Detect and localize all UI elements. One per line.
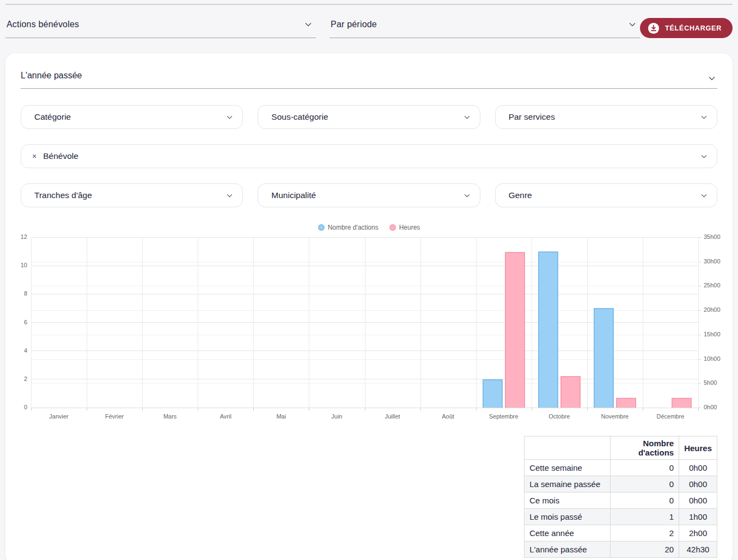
table-header-row: Nombre d'actions Heures xyxy=(524,436,717,460)
row-actions: 0 xyxy=(611,460,679,476)
gridline-vertical xyxy=(309,237,309,408)
filter-par-services[interactable]: Par services xyxy=(495,105,717,129)
y-axis-tick-right xyxy=(698,335,701,335)
y-axis-tick-right xyxy=(698,286,701,286)
table-row: L'année passée 20 42h30 xyxy=(524,541,717,558)
y-axis-label-right: 15h00 xyxy=(704,331,721,337)
period-type-value: Par période xyxy=(331,20,377,29)
row-heures: 0h00 xyxy=(679,493,717,509)
x-axis-label: Août xyxy=(420,413,476,420)
filter-benevole-select[interactable]: × Bénévole xyxy=(21,144,717,168)
filter-label: Genre xyxy=(509,190,532,200)
filter-label: Tranches d'âge xyxy=(34,190,92,200)
bar-actions-octobre xyxy=(538,251,558,408)
table-row: La semaine passée 0 0h00 xyxy=(524,476,717,493)
row-heures: 2h00 xyxy=(679,525,717,541)
x-axis-tick xyxy=(87,408,87,411)
y-axis-label-right: 20h00 xyxy=(704,306,721,313)
bar-heures-décembre xyxy=(672,398,692,408)
report-card: L'année passée Catégorie Sous-catégorie … xyxy=(5,53,733,560)
y-axis-label-left: 10 xyxy=(5,262,27,268)
x-axis-label: Mai xyxy=(253,413,309,420)
row-label: L'année passée xyxy=(524,541,611,558)
gridline-vertical xyxy=(587,237,588,408)
gridline-vertical xyxy=(532,237,532,408)
filter-municipalite[interactable]: Municipalité xyxy=(258,183,480,207)
y-axis-label-right: 0h00 xyxy=(704,404,717,410)
y-axis-label-right: 25h00 xyxy=(704,282,721,288)
chevron-down-icon xyxy=(701,115,707,119)
x-axis-label: Juin xyxy=(309,413,364,420)
chevron-down-icon xyxy=(464,115,470,119)
legend-label: Heures xyxy=(399,224,420,231)
y-axis-label-left: 0 xyxy=(5,404,27,410)
filter-tranches-age[interactable]: Tranches d'âge xyxy=(21,183,243,207)
filter-row-1: Catégorie Sous-catégorie Par services xyxy=(21,105,717,129)
chart-legend: Nombre d'actions Heures xyxy=(21,221,717,233)
x-axis-tick xyxy=(253,408,254,411)
filter-label: Par services xyxy=(509,112,555,122)
x-axis-tick xyxy=(643,408,643,411)
y-axis-label-left: 8 xyxy=(5,290,27,297)
filter-categorie[interactable]: Catégorie xyxy=(21,105,243,129)
x-axis-tick xyxy=(309,408,309,411)
x-axis-tick xyxy=(142,408,143,411)
table-row: Cette semaine 0 0h00 xyxy=(524,460,717,476)
table-row: Cette année 2 2h00 xyxy=(524,525,717,541)
chevron-down-icon xyxy=(227,194,233,198)
gridline-vertical xyxy=(142,237,143,408)
row-actions: 0 xyxy=(611,493,679,509)
year-range-select[interactable]: L'année passée xyxy=(21,67,717,89)
actions-hours-chart: Nombre d'actions Heures 0246810120h005h0… xyxy=(21,221,717,424)
period-type-select[interactable]: Par période xyxy=(330,18,640,38)
row-actions: 20 xyxy=(611,541,679,558)
gridline-vertical xyxy=(365,237,365,408)
row-heures: 42h30 xyxy=(679,541,717,558)
x-axis-tick xyxy=(198,408,198,411)
filter-sous-categorie[interactable]: Sous-catégorie xyxy=(258,105,480,129)
year-range-value: L'année passée xyxy=(21,71,82,81)
y-axis-label-left: 2 xyxy=(5,376,27,382)
toolbar: Actions bénévoles Par période TÉLÉCHARGE… xyxy=(5,18,733,38)
chevron-down-icon xyxy=(305,22,312,27)
x-axis-tick xyxy=(365,408,365,411)
y-axis-tick-right xyxy=(698,359,701,360)
legend-item-actions[interactable]: Nombre d'actions xyxy=(318,224,379,231)
top-divider xyxy=(5,4,733,5)
x-axis-tick xyxy=(31,408,32,411)
gridline-vertical xyxy=(643,237,643,408)
y-axis-label-left: 6 xyxy=(5,319,27,325)
gridline-vertical xyxy=(698,237,699,408)
bar-heures-octobre xyxy=(560,376,581,408)
report-type-select[interactable]: Actions bénévoles xyxy=(5,18,316,38)
chevron-down-icon xyxy=(701,155,707,158)
legend-item-heures[interactable]: Heures xyxy=(389,224,420,231)
x-axis-label: Mars xyxy=(142,413,198,420)
download-label: TÉLÉCHARGER xyxy=(665,24,722,32)
download-button[interactable]: TÉLÉCHARGER xyxy=(640,18,733,38)
row-label: Cette semaine xyxy=(524,460,611,476)
summary-table: Nombre d'actions Heures Cette semaine 0 … xyxy=(524,436,717,558)
x-axis-label: Février xyxy=(87,413,142,420)
x-axis-label: Décembre xyxy=(643,413,698,420)
row-label: Ce mois xyxy=(524,493,611,509)
header-actions: Nombre d'actions xyxy=(611,436,679,460)
x-axis-tick xyxy=(587,408,588,411)
filter-label: Sous-catégorie xyxy=(271,112,328,122)
filter-genre[interactable]: Genre xyxy=(495,183,717,207)
row-label: Le mois passé xyxy=(524,509,611,525)
chevron-down-icon xyxy=(709,76,715,81)
row-heures: 1h00 xyxy=(679,509,717,525)
table-row: Ce mois 0 0h00 xyxy=(524,493,717,509)
legend-dot-pink xyxy=(389,224,396,231)
filter-label: Municipalité xyxy=(271,190,316,200)
y-axis-label-right: 10h00 xyxy=(704,355,721,362)
table-row: Le mois passé 1 1h00 xyxy=(524,509,717,525)
row-actions: 2 xyxy=(611,525,679,541)
gridline-vertical xyxy=(87,237,87,408)
x-axis-tick xyxy=(420,408,421,411)
summary-table-wrap: Nombre d'actions Heures Cette semaine 0 … xyxy=(21,436,717,558)
remove-tag-icon[interactable]: × xyxy=(32,152,36,161)
x-axis-label: Avril xyxy=(198,413,253,420)
chevron-down-icon xyxy=(464,194,470,198)
